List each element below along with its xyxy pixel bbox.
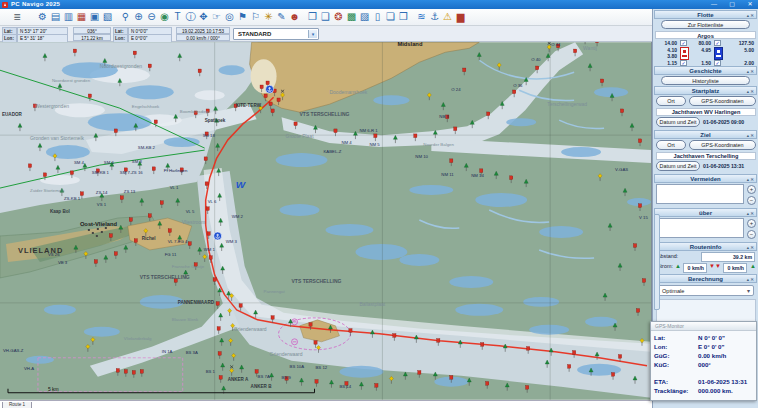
chart-mini-icon[interactable]: ▨	[358, 10, 371, 24]
svg-text:Kaap Bol: Kaap Bol	[50, 209, 70, 214]
pan-icon[interactable]: ✥	[197, 10, 210, 24]
chevron-down-icon[interactable]: ▾	[747, 286, 750, 296]
svg-text:WM 1: WM 1	[204, 247, 216, 252]
close-icon[interactable]: ✕	[750, 177, 754, 182]
profile-select[interactable]: STANDARD ▾	[233, 28, 319, 40]
panel-header-startplatz[interactable]: Startplatz▴ ✕	[654, 86, 757, 95]
tide-wave-icon[interactable]: ≋	[415, 10, 428, 24]
svg-text:FG 11: FG 11	[165, 252, 177, 257]
close-button[interactable]: ✕	[742, 0, 758, 9]
dimension-value: 5.00	[723, 47, 754, 54]
start-ort-button[interactable]: Ort	[656, 96, 686, 106]
collapse-icon[interactable]: ▴	[747, 133, 749, 138]
clipboard-icon[interactable]: ▯	[371, 10, 384, 24]
panel-header-geschichte[interactable]: Geschichte▴ ✕	[654, 66, 757, 75]
vermeiden-list[interactable]	[656, 184, 744, 204]
globe-icon[interactable]: ◉	[158, 10, 171, 24]
svg-text:O 40: O 40	[531, 57, 541, 62]
vermeiden-add-button[interactable]: +	[747, 185, 756, 194]
ueber-add-button[interactable]: +	[747, 219, 756, 228]
highlight-icon[interactable]: ✳	[262, 10, 275, 24]
edit-route-icon[interactable]: ✎	[275, 10, 288, 24]
ziel-gps-button[interactable]: GPS-Koordinaten	[689, 140, 756, 150]
ziel-ort-button[interactable]: Ort	[656, 140, 686, 150]
ueber-remove-button[interactable]: −	[747, 230, 756, 239]
collapse-icon[interactable]: ▴	[747, 211, 749, 216]
panel-header-ueber[interactable]: über▴ ✕	[654, 208, 757, 217]
nautical-chart[interactable]: MidslandNoordwestgrondenNoordwest gronde…	[0, 42, 652, 400]
svg-text:V-GAS: V-GAS	[615, 167, 628, 172]
chart-folder-icon[interactable]: ▧	[101, 10, 114, 24]
svg-text:ANKER A: ANKER A	[228, 377, 249, 382]
find-location-icon[interactable]: ⚐	[249, 10, 262, 24]
panel-header-berechnung[interactable]: Berechnung▴ ✕	[654, 274, 757, 283]
svg-text:Blauwe Slenk: Blauwe Slenk	[172, 317, 199, 322]
close-icon[interactable]: ✕	[750, 277, 754, 282]
gps-monitor-row: Lat:N 0° 0' 0"	[654, 333, 755, 342]
svg-text:PANNENWAARD: PANNENWAARD	[178, 300, 215, 305]
close-icon[interactable]: ✕	[750, 211, 754, 216]
anchor-beacon-icon[interactable]: ⚓	[428, 10, 441, 24]
text-label-icon[interactable]: T	[171, 10, 184, 24]
hand-select-icon[interactable]: ☞	[210, 10, 223, 24]
calculation-mode-select[interactable]: Optimale ▾	[657, 285, 754, 296]
settings-gear-icon[interactable]: ⚙	[36, 10, 49, 24]
panel-header-ziel[interactable]: Ziel▴ ✕	[654, 130, 757, 139]
svg-text:Ballastplaat: Ballastplaat	[359, 301, 385, 307]
zoom-out-icon[interactable]: ⊖	[145, 10, 158, 24]
route-tab[interactable]: Route 1	[2, 402, 32, 408]
svg-text:SM 8: SM 8	[132, 159, 143, 164]
compass-icon[interactable]: ❂	[332, 10, 345, 24]
collapse-icon[interactable]: ▴	[747, 69, 749, 74]
close-icon[interactable]: ✕	[750, 69, 754, 74]
ueber-list[interactable]	[656, 218, 744, 238]
chevron-down-icon[interactable]: ▾	[308, 30, 317, 38]
zoom-in-icon[interactable]: ⊕	[132, 10, 145, 24]
display-alt-icon[interactable]: ❒	[397, 10, 410, 24]
dimension-checkbox[interactable]: ✓	[714, 40, 721, 46]
warning-icon[interactable]: ⚠	[441, 10, 454, 24]
collapse-icon[interactable]: ▴	[747, 89, 749, 94]
start-gps-button[interactable]: GPS-Koordinaten	[689, 96, 756, 106]
dimension-checkbox[interactable]: ✓	[714, 60, 721, 66]
ship-dimensions-table: 14.0080.00127.50✓✓4.104.955.003.801.151.…	[653, 9, 758, 69]
chart-import-icon[interactable]: ▥	[62, 10, 75, 24]
cursor-position-field: Lat:N 53° 17' 20" Lon:E 5° 31' 18"	[2, 27, 68, 41]
dimension-value: 4.95	[689, 47, 711, 54]
collapse-icon[interactable]: ▴	[747, 177, 749, 182]
menu-icon[interactable]: ≡	[5, 11, 29, 23]
dimension-checkbox[interactable]: ✓	[680, 40, 687, 46]
collapse-icon[interactable]: ▴	[747, 277, 749, 282]
user-lock-icon[interactable]: ☻	[288, 10, 301, 24]
close-icon[interactable]: ✕	[750, 89, 754, 94]
minimize-button[interactable]: —	[706, 0, 722, 9]
start-datetime-button[interactable]: Datum und Zeit	[656, 117, 700, 127]
chart-green-icon[interactable]: ▩	[345, 10, 358, 24]
strom-value-1: 0 km/h	[683, 263, 707, 273]
chart-delete-icon[interactable]: ▦	[75, 10, 88, 24]
collapsed-panel-tab[interactable]	[654, 214, 660, 310]
panel-header-routeninfo[interactable]: Routeninfo▴ ✕	[654, 242, 757, 251]
close-icon[interactable]: ✕	[750, 133, 754, 138]
chart-list-icon[interactable]: ▤	[49, 10, 62, 24]
display-icon[interactable]: ❏	[384, 10, 397, 24]
collapse-icon[interactable]: ▴	[747, 245, 749, 250]
gps-monitor-panel[interactable]: GPS-Monitor Lat:N 0° 0' 0"Lon:E 0° 0' 0"…	[650, 321, 757, 401]
current-down-icon: ▼▼	[709, 262, 721, 271]
gps-monitor-row: Tracklänge:000.000 km.	[654, 386, 755, 395]
flag-marker-icon[interactable]: ⚑	[236, 10, 249, 24]
maximize-button[interactable]: ▢	[724, 0, 740, 9]
display-map-icon[interactable]: ❑	[319, 10, 332, 24]
history-list-button[interactable]: Historyliste	[661, 76, 750, 85]
waypoint-pin-icon[interactable]: ◎	[223, 10, 236, 24]
vermeiden-remove-button[interactable]: −	[747, 196, 756, 205]
panel-header-vermeiden[interactable]: Vermeiden▴ ✕	[654, 174, 757, 183]
dimension-checkbox[interactable]: ✓	[680, 60, 687, 66]
search-icon[interactable]: ⚲	[119, 10, 132, 24]
dual-display-icon[interactable]: ❐	[306, 10, 319, 24]
info-icon[interactable]: ⓘ	[184, 10, 197, 24]
ziel-datetime-button[interactable]: Datum und Zeit	[656, 161, 700, 171]
toolbox-icon[interactable]: ▆	[454, 10, 467, 24]
chart-save-icon[interactable]: ▣	[88, 10, 101, 24]
close-icon[interactable]: ✕	[750, 245, 754, 250]
